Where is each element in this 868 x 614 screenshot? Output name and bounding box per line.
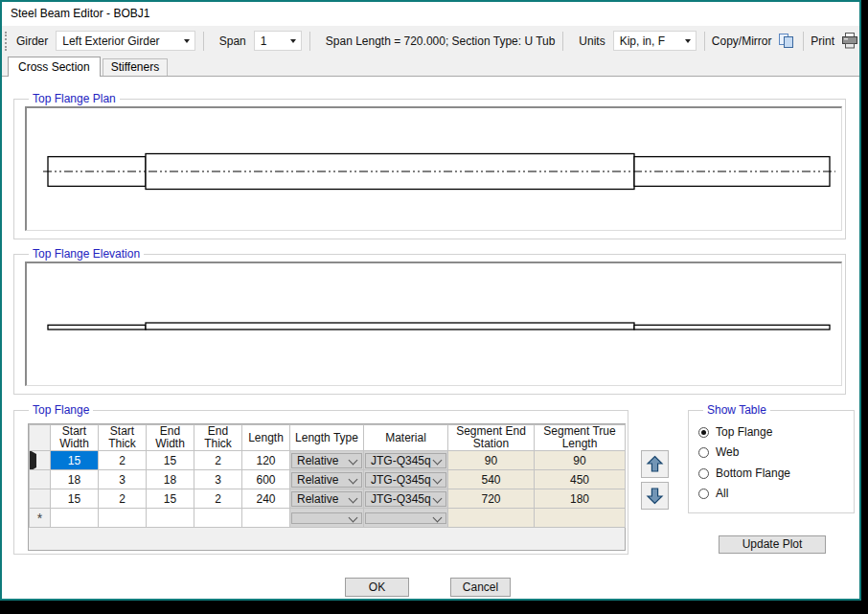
- col-header-end-station[interactable]: Segment End Station: [448, 425, 535, 451]
- top-flange-plan-title: Top Flange Plan: [29, 92, 120, 106]
- cancel-button[interactable]: Cancel: [450, 578, 511, 597]
- flange-segment: [48, 325, 146, 330]
- cell-empty[interactable]: [364, 509, 448, 528]
- toolbar-separator: [203, 32, 204, 51]
- cell-end-thick[interactable]: 2: [194, 489, 242, 509]
- cell-empty[interactable]: [99, 509, 147, 528]
- radio-bottom-flange[interactable]: Bottom Flange: [698, 466, 790, 480]
- cell-dropdown-value: JTG-Q345q: [371, 454, 431, 467]
- cell-empty[interactable]: [242, 509, 290, 528]
- cell-dropdown[interactable]: Relative: [291, 453, 362, 468]
- chevron-down-icon: [433, 475, 443, 485]
- cell-length-type[interactable]: Relative: [290, 489, 364, 509]
- cell-length-type[interactable]: Relative: [290, 451, 364, 470]
- radio-label: All: [716, 487, 728, 500]
- cell-length[interactable]: 240: [242, 489, 290, 509]
- row-header[interactable]: [30, 470, 51, 489]
- top-flange-elevation-group: Top Flange Elevation: [13, 254, 846, 395]
- copy-mirror-button[interactable]: Copy/Mirror: [712, 33, 796, 49]
- radio-button-icon: [698, 447, 709, 458]
- col-header-length[interactable]: Length: [242, 425, 290, 451]
- cell-end-station: 540: [448, 470, 535, 489]
- radio-all[interactable]: All: [698, 487, 728, 500]
- toolbar-separator: [704, 32, 705, 51]
- cell-true-length: 180: [535, 489, 626, 509]
- cell-dropdown[interactable]: Relative: [291, 491, 362, 507]
- arrow-up-icon: [646, 455, 664, 473]
- span-dropdown[interactable]: 1: [254, 31, 302, 51]
- tab-cross-section[interactable]: Cross Section: [8, 57, 101, 77]
- radio-button-icon: [698, 489, 709, 499]
- cell-end-thick[interactable]: 2: [194, 451, 242, 470]
- cell-dropdown-value: JTG-Q345q: [371, 492, 431, 506]
- screen: Steel Beam Editor - BOBJ1 Girder Left Ex…: [0, 0, 868, 614]
- table-row: 152152240RelativeJTG-Q345q720180: [30, 489, 626, 509]
- cell-material[interactable]: JTG-Q345q: [364, 470, 448, 489]
- new-row-icon: *: [30, 513, 50, 523]
- ok-button[interactable]: OK: [345, 578, 409, 597]
- tab-stiffeners[interactable]: Stiffeners: [103, 58, 168, 76]
- cell-length[interactable]: 120: [242, 451, 290, 470]
- cell-end-width[interactable]: 15: [147, 489, 194, 509]
- radio-web[interactable]: Web: [698, 445, 739, 459]
- cell-empty[interactable]: [194, 509, 242, 528]
- col-header-end-thick[interactable]: End Thick: [194, 425, 242, 451]
- print-button[interactable]: Print: [811, 33, 859, 49]
- cell-dropdown[interactable]: Relative: [291, 472, 362, 488]
- move-row-down-button[interactable]: [641, 482, 669, 510]
- cell-true-length: 450: [535, 470, 626, 489]
- cell-end-thick[interactable]: 3: [194, 470, 242, 489]
- cell-start-thick[interactable]: 3: [99, 470, 147, 489]
- cell-end-width[interactable]: 15: [147, 451, 194, 470]
- chevron-down-icon: [433, 513, 443, 523]
- col-header-start-width[interactable]: Start Width: [51, 425, 99, 451]
- cell-dropdown[interactable]: [291, 512, 362, 524]
- toolbar-grip-icon[interactable]: [5, 32, 8, 51]
- col-header-length-type[interactable]: Length Type: [290, 425, 364, 451]
- cell-empty[interactable]: [51, 509, 99, 528]
- cross-section-page: Top Flange Plan Top Flange Elevation Top…: [2, 77, 859, 599]
- copy-mirror-label: Copy/Mirror: [712, 34, 772, 48]
- update-plot-button[interactable]: Update Plot: [719, 535, 826, 554]
- cell-empty[interactable]: [290, 509, 364, 528]
- cell-material[interactable]: JTG-Q345q: [364, 489, 448, 509]
- cell-end-width[interactable]: 18: [147, 470, 194, 489]
- col-header-end-width[interactable]: End Width: [147, 425, 194, 451]
- cell-empty[interactable]: [147, 509, 194, 528]
- radio-top-flange[interactable]: Top Flange: [698, 425, 772, 439]
- copy-icon: [777, 33, 795, 49]
- new-row-header[interactable]: *: [30, 509, 51, 528]
- cell-end-station: 720: [448, 489, 535, 509]
- cell-dropdown[interactable]: [365, 512, 446, 524]
- cell-dropdown[interactable]: JTG-Q345q: [365, 453, 446, 468]
- girder-dropdown[interactable]: Left Exterior Girder: [56, 31, 195, 51]
- top-flange-plan-drawing: [27, 108, 840, 229]
- units-dropdown[interactable]: Kip, in, F: [613, 31, 697, 51]
- col-header-true-length[interactable]: Segment True Length: [535, 425, 626, 451]
- cell-material[interactable]: JTG-Q345q: [364, 451, 448, 470]
- top-flange-table[interactable]: Start Width Start Thick End Width End Th…: [28, 423, 626, 551]
- cell-start-thick[interactable]: 2: [99, 451, 147, 470]
- table-corner-header: [30, 425, 51, 451]
- cell-start-thick[interactable]: 2: [99, 489, 147, 509]
- cell-length-type[interactable]: Relative: [290, 470, 364, 489]
- span-info-text: Span Length = 720.000; Section Type: U T…: [326, 34, 556, 48]
- row-header[interactable]: [30, 489, 51, 509]
- cell-start-width[interactable]: 15: [51, 451, 99, 470]
- col-header-material[interactable]: Material: [364, 425, 448, 451]
- cell-empty: [448, 509, 535, 528]
- col-header-start-thick[interactable]: Start Thick: [99, 425, 147, 451]
- steel-beam-editor-window: Steel Beam Editor - BOBJ1 Girder Left Ex…: [0, 0, 861, 601]
- cell-start-width[interactable]: 15: [51, 489, 99, 509]
- cell-start-width[interactable]: 18: [51, 470, 99, 489]
- cell-empty: [535, 509, 626, 528]
- row-header[interactable]: [30, 451, 51, 470]
- move-row-up-button[interactable]: [641, 450, 669, 478]
- current-row-marker-icon: [30, 451, 36, 470]
- cell-length[interactable]: 600: [242, 470, 290, 489]
- toolbar: Girder Left Exterior Girder Span 1 Span …: [2, 26, 859, 56]
- cell-dropdown[interactable]: JTG-Q345q: [365, 472, 446, 488]
- show-table-title: Show Table: [703, 403, 770, 418]
- table-row: 152152120RelativeJTG-Q345q9090: [30, 451, 626, 470]
- cell-dropdown[interactable]: JTG-Q345q: [365, 491, 446, 507]
